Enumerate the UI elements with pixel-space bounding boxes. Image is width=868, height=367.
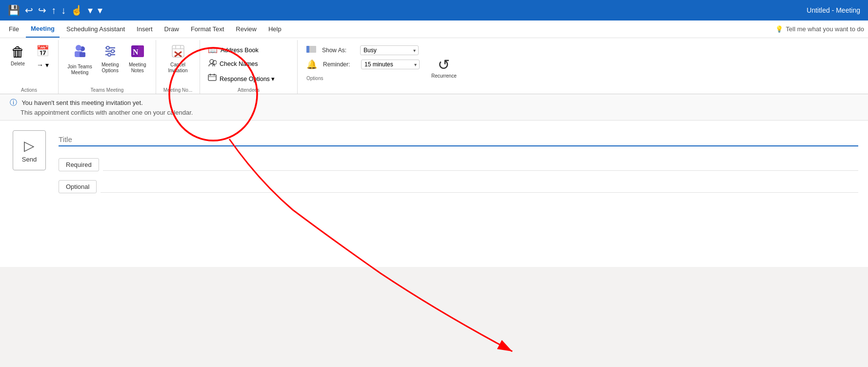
onenote-icon: N (130, 44, 145, 62)
svg-point-11 (108, 53, 111, 56)
address-book-icon: 📖 (208, 45, 218, 55)
svg-rect-5 (80, 52, 85, 57)
required-input[interactable] (103, 159, 858, 171)
cancel-icon (171, 44, 185, 62)
reminder-select-wrapper[interactable]: 15 minutes None 0 minutes 5 minutes 30 m… (361, 60, 420, 69)
svg-rect-15 (172, 45, 184, 57)
required-row: Required (59, 155, 858, 174)
svg-rect-28 (306, 46, 309, 53)
meeting-notes-label: Meeting Notes (129, 62, 146, 74)
dropdown-icon[interactable]: ▾ (88, 4, 93, 16)
join-teams-button[interactable]: Join Teams Meeting (64, 42, 95, 78)
attendees-label: Attendees (205, 85, 292, 93)
menu-file[interactable]: File (4, 20, 24, 38)
join-teams-label: Join Teams Meeting (67, 64, 92, 76)
send-button[interactable]: ▷ Send (13, 130, 46, 170)
cancel-invitation-label: Cancel Invitation (168, 62, 187, 74)
optional-row: Optional (59, 177, 858, 196)
ribbon-group-teams: Join Teams Meeting Meeting Options (59, 40, 156, 94)
recurrence-label: Recurrence (431, 73, 457, 79)
reminder-select[interactable]: 15 minutes None 0 minutes 5 minutes 30 m… (361, 60, 420, 69)
svg-rect-23 (208, 75, 216, 81)
cancel-invitation-button[interactable]: Cancel Invitation (165, 42, 190, 76)
optional-button[interactable]: Optional (59, 180, 97, 193)
reminder-icon: 🔔 (306, 59, 317, 70)
search-area[interactable]: 💡 Tell me what you want to do (775, 25, 864, 33)
touch-icon[interactable]: ☝ (71, 4, 83, 16)
options-label: Options (306, 74, 420, 81)
svg-rect-14 (138, 45, 144, 57)
response-options-icon (208, 73, 217, 84)
window-title: Untitled - Meeting (807, 6, 860, 14)
response-options-label: Response Options ▾ (220, 75, 275, 82)
teams-label: Teams Meeting (63, 85, 151, 93)
lightbulb-icon: 💡 (775, 25, 783, 33)
title-bar: 💾 ↩ ↪ ↑ ↓ ☝ ▾ ▾ Untitled - Meeting (0, 0, 868, 20)
send-icon: ▷ (24, 138, 35, 154)
svg-point-7 (106, 46, 109, 49)
title-input[interactable] (59, 133, 858, 146)
address-book-label: Address Book (221, 47, 259, 54)
meeting-options-button[interactable]: Meeting Options (98, 42, 122, 76)
teams-icon (72, 44, 88, 64)
form-area: ▷ Send Required Optional (0, 121, 868, 267)
notification-line2: This appointment conflicts with another … (20, 109, 858, 116)
undo-icon[interactable]: ↩ (25, 4, 33, 16)
menu-scheduling[interactable]: Scheduling Assistant (61, 20, 130, 38)
svg-rect-26 (214, 74, 215, 76)
show-as-select[interactable]: Busy Free Tentative Out of Office (360, 45, 419, 55)
title-row (59, 130, 858, 149)
menu-meeting[interactable]: Meeting (26, 20, 60, 38)
move-down-icon[interactable]: ↓ (61, 5, 66, 16)
svg-point-3 (76, 45, 81, 51)
menu-review[interactable]: Review (231, 20, 262, 38)
response-options-button[interactable]: Response Options ▾ (205, 72, 278, 85)
menu-format-text[interactable]: Format Text (186, 20, 229, 38)
actions-label: Actions (5, 85, 53, 93)
info-icon: ⓘ (10, 98, 17, 106)
send-col: ▷ Send (10, 130, 59, 257)
menu-draw[interactable]: Draw (160, 20, 184, 38)
notification-bar: ⓘ You haven't sent this meeting invitati… (0, 94, 868, 121)
calendar-icon: 📅 (36, 45, 49, 58)
arrow-icon: → ▾ (37, 61, 49, 69)
cancel-content: Cancel Invitation (165, 42, 190, 85)
recurrence-icon: ↺ (438, 56, 450, 73)
ribbon-group-actions: 🗑 Delete 📅 → ▾ Actions (0, 40, 59, 94)
menu-insert[interactable]: Insert (132, 20, 158, 38)
sliders-icon (103, 44, 118, 62)
show-as-label: Show As: (322, 47, 356, 54)
arrow-button[interactable]: → ▾ (33, 60, 53, 70)
cancel-label: Meeting No... (161, 85, 195, 93)
reminder-label: Reminder: (323, 61, 357, 68)
show-as-row: Show As: Busy Free Tentative Out of Offi… (306, 45, 420, 55)
title-bar-left: 💾 ↩ ↪ ↑ ↓ ☝ ▾ ▾ (8, 4, 102, 16)
meeting-options-label: Meeting Options (101, 62, 119, 74)
calendar-button[interactable]: 📅 (33, 44, 53, 59)
delete-button[interactable]: 🗑 Delete (6, 42, 30, 69)
save-icon[interactable]: 💾 (8, 4, 20, 16)
meeting-notes-button[interactable]: N Meeting Notes (125, 42, 150, 76)
move-up-icon[interactable]: ↑ (51, 5, 56, 16)
redo-icon[interactable]: ↪ (38, 4, 46, 16)
menu-help[interactable]: Help (263, 20, 286, 38)
search-label[interactable]: Tell me what you want to do (786, 25, 864, 33)
check-names-label: Check Names (220, 61, 258, 67)
check-names-icon (208, 59, 217, 69)
address-book-button[interactable]: 📖 Address Book (205, 44, 262, 56)
show-as-icon (306, 45, 316, 55)
ribbon-group-cancel: Cancel Invitation Meeting No... (156, 40, 200, 94)
show-as-select-wrapper[interactable]: Busy Free Tentative Out of Office (360, 45, 419, 55)
optional-input[interactable] (101, 181, 858, 193)
ribbon-group-options: Show As: Busy Free Tentative Out of Offi… (298, 40, 469, 94)
reminder-row: 🔔 Reminder: 15 minutes None 0 minutes 5 … (306, 59, 420, 70)
notification-line1: ⓘ You haven't sent this meeting invitati… (10, 98, 858, 107)
required-button[interactable]: Required (59, 158, 99, 171)
options-selects: Show As: Busy Free Tentative Out of Offi… (303, 42, 424, 93)
ribbon-group-attendees: 📖 Address Book Check Names (200, 40, 298, 94)
svg-point-9 (111, 50, 114, 53)
check-names-button[interactable]: Check Names (205, 57, 261, 71)
more-icon[interactable]: ▾ (98, 4, 102, 16)
recurrence-button[interactable]: ↺ Recurrence (424, 42, 464, 93)
actions-content: 🗑 Delete 📅 → ▾ (6, 42, 53, 85)
